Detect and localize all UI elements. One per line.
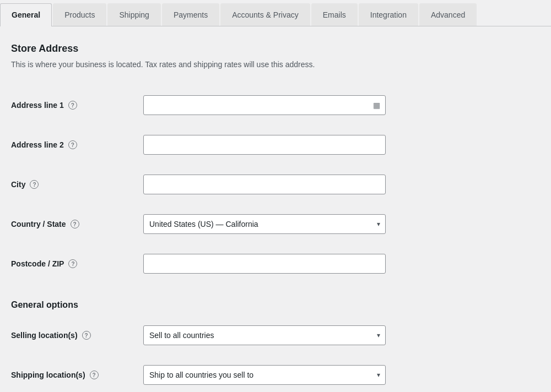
country-state-select[interactable]: United States (US) — California United S… [143, 214, 386, 234]
address1-help-icon[interactable]: ? [68, 101, 77, 110]
selling-location-help-icon[interactable]: ? [82, 331, 91, 340]
postcode-label: Postcode / ZIP [11, 259, 64, 268]
shipping-location-row: Shipping location(s) ? Ship to all count… [11, 355, 540, 392]
tab-general[interactable]: General [0, 3, 52, 26]
store-address-title: Store Address [11, 43, 540, 55]
shipping-location-label: Shipping location(s) [11, 371, 85, 379]
address2-row: Address line 2 ? [11, 125, 540, 165]
tabs-container: GeneralProductsShippingPaymentsAccounts … [0, 0, 551, 26]
country-state-row: Country / State ? United States (US) — C… [11, 204, 540, 244]
tab-accounts-privacy[interactable]: Accounts & Privacy [220, 3, 310, 26]
shipping-location-help-icon[interactable]: ? [90, 371, 99, 379]
tab-integration[interactable]: Integration [359, 3, 418, 26]
postcode-row: Postcode / ZIP ? [11, 244, 540, 284]
tab-shipping[interactable]: Shipping [107, 3, 161, 26]
shipping-location-label-group: Shipping location(s) ? [11, 371, 143, 379]
general-options-title: General options [11, 289, 540, 315]
address2-help-icon[interactable]: ? [68, 140, 77, 149]
address2-label: Address line 2 [11, 140, 64, 149]
shipping-location-select[interactable]: Ship to all countries you sell to Ship t… [143, 365, 386, 385]
address2-input[interactable] [143, 135, 386, 155]
city-label-group: City ? [11, 180, 143, 189]
country-state-label: Country / State [11, 220, 66, 228]
shipping-location-select-wrapper: Ship to all countries you sell to Ship t… [143, 365, 386, 385]
tab-products[interactable]: Products [53, 3, 106, 26]
selling-location-select[interactable]: Sell to all countries Sell to specific c… [143, 325, 386, 345]
country-state-select-wrapper: United States (US) — California United S… [143, 214, 386, 234]
city-label: City [11, 180, 25, 189]
selling-location-label: Selling location(s) [11, 331, 78, 340]
address1-label: Address line 1 [11, 101, 64, 110]
tab-emails[interactable]: Emails [311, 3, 358, 26]
tab-payments[interactable]: Payments [162, 3, 219, 26]
selling-location-select-wrapper: Sell to all countries Sell to specific c… [143, 325, 386, 345]
address1-input-wrapper: ▦ [143, 95, 386, 115]
address2-label-group: Address line 2 ? [11, 140, 143, 149]
selling-location-label-group: Selling location(s) ? [11, 331, 143, 340]
page-wrapper: GeneralProductsShippingPaymentsAccounts … [0, 0, 551, 392]
tab-advanced[interactable]: Advanced [419, 3, 477, 26]
content-area: Store Address This is where your busines… [0, 26, 551, 392]
address-book-icon: ▦ [373, 101, 380, 110]
address1-row: Address line 1 ? ▦ [11, 85, 540, 125]
city-input[interactable] [143, 175, 386, 194]
address1-input[interactable] [143, 95, 386, 115]
store-address-description: This is where your business is located. … [11, 60, 540, 69]
selling-location-row: Selling location(s) ? Sell to all countr… [11, 315, 540, 355]
postcode-help-icon[interactable]: ? [68, 259, 77, 268]
country-state-help-icon[interactable]: ? [71, 220, 79, 228]
city-row: City ? [11, 165, 540, 204]
postcode-label-group: Postcode / ZIP ? [11, 259, 143, 268]
country-state-label-group: Country / State ? [11, 220, 143, 228]
postcode-input[interactable] [143, 254, 386, 274]
city-help-icon[interactable]: ? [30, 180, 39, 189]
address1-label-group: Address line 1 ? [11, 101, 143, 110]
